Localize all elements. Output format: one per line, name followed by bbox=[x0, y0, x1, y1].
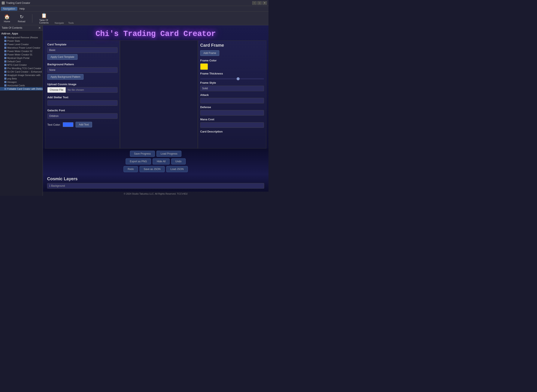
toc-icon: 📋 bbox=[41, 13, 47, 19]
sidebar-item-icon bbox=[4, 57, 6, 59]
sidebar-close-button[interactable]: ✕ bbox=[38, 26, 41, 30]
toolbar-reload[interactable]: ↻ Reload bbox=[16, 13, 27, 23]
close-button[interactable]: ✕ bbox=[262, 1, 267, 5]
sidebar-item-icon bbox=[4, 74, 6, 76]
sidebar-item-mtg[interactable]: MTG Card Creator bbox=[0, 63, 43, 67]
toolbar-home[interactable]: 🏠 Home bbox=[2, 13, 12, 23]
load-progress-button[interactable]: Load Progress bbox=[157, 151, 181, 157]
title-bar: Trading Card Creator ─ □ ✕ bbox=[0, 0, 269, 6]
text-color-swatch[interactable] bbox=[63, 122, 73, 127]
sidebar-item-pog[interactable]: pog Beta bbox=[0, 77, 43, 80]
sidebar-title: Table Of Contents bbox=[2, 26, 22, 29]
left-panel: Card Template Basic Apply Card Template … bbox=[45, 41, 120, 149]
sidebar-section-addon[interactable]: Add-on_Apps bbox=[0, 32, 43, 36]
toolbar-toc-label: Table OfContents bbox=[39, 19, 49, 24]
redo-button[interactable]: Redo bbox=[124, 166, 138, 172]
card-template-section: Card Template Basic Apply Card Template bbox=[47, 43, 117, 60]
frame-color-swatch[interactable] bbox=[200, 63, 208, 70]
sidebar-item-horizontal[interactable]: Horizontal Cards bbox=[0, 84, 43, 87]
galactic-font-select[interactable]: Orbitron bbox=[47, 113, 117, 119]
upload-cosmic-image-section: Upload Cosmic Image Choose File No file … bbox=[47, 83, 117, 93]
frame-thickness-slider[interactable] bbox=[200, 78, 264, 79]
layer-item-background[interactable]: 1 Background bbox=[47, 183, 264, 189]
add-frame-button[interactable]: Add Frame bbox=[200, 50, 219, 56]
stellar-text-input[interactable] bbox=[47, 100, 117, 106]
defense-input[interactable] bbox=[200, 110, 264, 116]
card-preview bbox=[120, 41, 198, 149]
undo-button[interactable]: Undo bbox=[171, 159, 186, 164]
sidebar-item-power-meter-01[interactable]: Power Meter Creator 01 bbox=[0, 53, 43, 56]
sidebar-item-default-card[interactable]: Default Card bbox=[0, 60, 43, 63]
load-json-button[interactable]: Load JSON bbox=[166, 166, 188, 172]
sidebar-item-power-meter-02[interactable]: Power Meter Creator 02 bbox=[0, 49, 43, 53]
sidebar-item-power-level[interactable]: Power Level Creator bbox=[0, 43, 43, 46]
frame-color-label: Frame Color bbox=[200, 59, 264, 62]
sidebar-item-gi-oh[interactable]: Gi-Oh! Card Creator – Enhanced bbox=[0, 70, 43, 73]
frame-thickness-label: Frame Thickness bbox=[200, 72, 264, 75]
toolbar-toc[interactable]: 📋 Table OfContents bbox=[37, 12, 50, 25]
sidebar-item-icon bbox=[4, 67, 6, 69]
frame-style-select[interactable]: Solid bbox=[200, 86, 264, 91]
stellar-text-label: Add Stellar Text bbox=[47, 96, 117, 99]
app-title-label: Trading Card Creator bbox=[6, 1, 30, 5]
background-pattern-select[interactable]: None bbox=[47, 67, 117, 73]
apply-background-pattern-button[interactable]: Apply Background Pattern bbox=[47, 74, 84, 80]
menu-help[interactable]: Help bbox=[17, 7, 27, 11]
sidebar-item-icon bbox=[4, 71, 6, 73]
choose-file-button[interactable]: Choose File bbox=[47, 87, 66, 93]
toolbar-tools-label: Tools bbox=[68, 22, 74, 24]
sidebar-item-icon bbox=[4, 47, 6, 49]
sidebar-item-icon bbox=[4, 43, 6, 45]
sidebar-item-icon bbox=[4, 54, 6, 56]
footer: © 2024 Studio Takuetsu LLC. All Rights R… bbox=[43, 192, 269, 196]
mana-cost-input[interactable] bbox=[200, 122, 264, 128]
file-input-row: Choose File No file chosen bbox=[47, 87, 117, 93]
app-title-area: Chi's Trading Card Creator bbox=[43, 25, 269, 41]
attack-label: Attack bbox=[200, 93, 264, 97]
save-progress-button[interactable]: Save Progress bbox=[130, 151, 155, 157]
sidebar-item-mystical[interactable]: Mystical Glyph Portal bbox=[0, 56, 43, 60]
maximize-button[interactable]: □ bbox=[257, 1, 262, 5]
hide-all-button[interactable]: Hide All bbox=[153, 159, 170, 164]
card-editor: Card Template Basic Apply Card Template … bbox=[43, 41, 269, 149]
sidebar-item-power-stats[interactable]: Power Stats bbox=[0, 39, 43, 43]
sidebar-item-icon bbox=[4, 50, 6, 52]
apply-card-template-button[interactable]: Apply Card Template bbox=[47, 54, 78, 60]
galactic-font-label: Galactic Font bbox=[47, 109, 117, 112]
sidebar-item-hexagon[interactable]: Hexagon bbox=[0, 80, 43, 84]
title-bar-left: Trading Card Creator bbox=[2, 1, 30, 5]
background-pattern-label: Background Pattern bbox=[47, 63, 117, 66]
sidebar-item-icon bbox=[4, 81, 6, 83]
right-panel: Card Frame Add Frame Frame Color Frame T… bbox=[198, 41, 266, 149]
attack-input[interactable] bbox=[200, 98, 264, 103]
card-description-label: Card Description bbox=[200, 130, 264, 133]
export-png-button[interactable]: Export as PNG bbox=[126, 159, 151, 164]
footer-text: © 2024 Studio Takuetsu LLC. All Rights R… bbox=[124, 192, 187, 195]
sidebar-item-bg-remove[interactable]: Background Remove (Resize bbox=[0, 36, 43, 39]
defense-label: Defense bbox=[200, 106, 264, 109]
add-text-button[interactable]: Add Text bbox=[76, 122, 92, 127]
card-template-select[interactable]: Basic bbox=[47, 47, 117, 53]
menu-navigation[interactable]: Navigation bbox=[1, 7, 17, 11]
right-panel-title: Card Frame bbox=[200, 43, 264, 48]
sidebar-item-foldable[interactable]: Foldable Card Creator with Dieline bbox=[0, 87, 43, 91]
app-main-title: Chi's Trading Card Creator bbox=[43, 30, 269, 38]
reload-icon: ↻ bbox=[20, 14, 23, 20]
home-icon: 🏠 bbox=[4, 14, 10, 20]
toolbar-separator bbox=[32, 14, 32, 23]
toolbar-reload-label: Reload bbox=[18, 20, 25, 23]
sidebar-item-pro-wrestling[interactable]: Pro Wrestling TCG Card Creator bbox=[0, 67, 43, 70]
card-template-label: Card Template bbox=[47, 43, 117, 46]
file-name-display: No file chosen bbox=[66, 87, 117, 93]
text-color-section: Text Color: Add Text bbox=[47, 122, 117, 127]
sidebar-item-icon bbox=[4, 60, 6, 62]
save-json-button[interactable]: Save as JSON bbox=[140, 166, 165, 172]
sidebar-item-anaglyph[interactable]: Anaglyph Image Generator with bbox=[0, 73, 43, 77]
sidebar-item-icon bbox=[4, 40, 6, 42]
text-color-row: Text Color: Add Text bbox=[47, 122, 117, 127]
minimize-button[interactable]: ─ bbox=[252, 1, 257, 5]
button-row-3: Redo Save as JSON Load JSON bbox=[124, 166, 187, 172]
title-bar-controls[interactable]: ─ □ ✕ bbox=[252, 1, 267, 5]
sidebar-item-marvelous[interactable]: Marvelous Power Level Creator bbox=[0, 46, 43, 49]
stellar-text-section: Add Stellar Text bbox=[47, 96, 117, 106]
